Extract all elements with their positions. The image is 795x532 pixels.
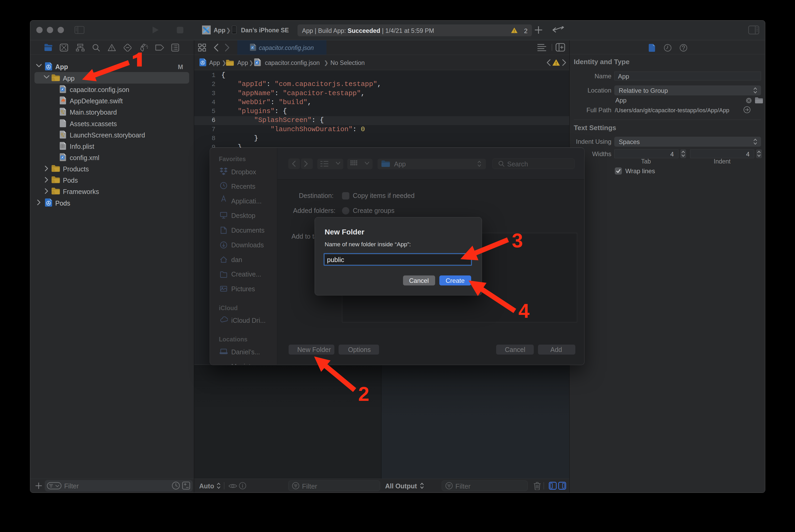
svg-text:2: 2 [358,383,369,405]
svg-text:3: 3 [512,229,523,251]
svg-text:4: 4 [519,300,529,322]
